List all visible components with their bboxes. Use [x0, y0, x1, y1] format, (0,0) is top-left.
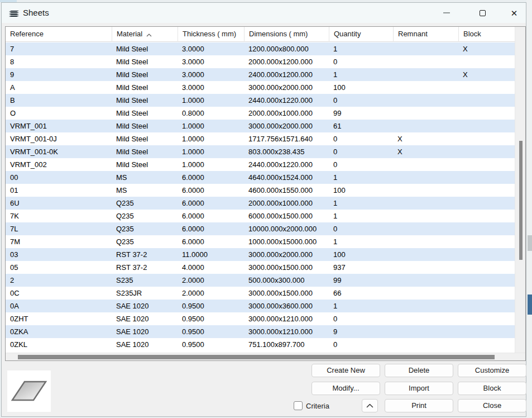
cell-material: SAE 1020 [112, 325, 178, 338]
create-new-button[interactable]: Create New [311, 364, 380, 377]
expand-up-button[interactable] [362, 399, 378, 412]
block-button[interactable]: Block [458, 382, 526, 395]
cell-reference: 0ZHT [6, 312, 112, 325]
table-row[interactable]: BMild Steel1.00002440.000x1220.0000 [6, 94, 515, 107]
column-header-dimensions[interactable]: Dimensions ( mm) [244, 27, 329, 42]
minimize-button[interactable] [434, 3, 459, 23]
table-row[interactable]: 7LQ2356.000010000.000x2000.0000 [6, 222, 515, 235]
cell-quantity: 0 [329, 145, 393, 158]
cell-reference: 7K [6, 210, 112, 222]
table-row[interactable]: 05RST 37-24.00003000.000x1500.000937 [6, 261, 515, 274]
cell-thickness: 0.9500 [178, 300, 244, 312]
cell-dimensions: 2000.000x1200.000 [244, 55, 329, 68]
sheets-dialog: Sheets ✕ ReferenceMaterialThickness ( mm… [1, 2, 526, 417]
column-header-thickness[interactable]: Thickness ( mm) [178, 27, 244, 42]
cell-block [458, 325, 515, 338]
cell-dimensions: 4600.000x1550.000 [244, 184, 329, 197]
cell-reference: 8 [6, 55, 112, 68]
cell-thickness: 3.0000 [178, 81, 244, 94]
cell-block [458, 145, 515, 158]
criteria-label: Criteria [306, 402, 329, 410]
cell-dimensions: 500.000x300.000 [244, 274, 329, 287]
cell-material: Q235 [112, 235, 178, 248]
table-row[interactable]: VRMT_002Mild Steel1.00002440.000x1220.00… [6, 158, 515, 171]
modify-button[interactable]: Modify... [311, 382, 380, 395]
delete-button[interactable]: Delete [385, 364, 453, 377]
table-row[interactable]: 8Mild Steel3.00002000.000x1200.0000 [6, 55, 515, 68]
table-row[interactable]: 00MS6.00004640.000x1524.0001 [6, 171, 515, 184]
table-row[interactable]: 0CS235JR2.00003000.000x1500.00066 [6, 287, 515, 300]
customize-button[interactable]: Customize [458, 364, 526, 377]
column-header-material[interactable]: Material [112, 27, 178, 42]
cell-thickness: 3.0000 [178, 55, 244, 68]
close-window-button[interactable]: ✕ [501, 3, 527, 23]
column-header-remnant[interactable]: Remnant [393, 27, 458, 42]
criteria-checkbox[interactable] [294, 401, 303, 410]
column-header-reference[interactable]: Reference [6, 27, 112, 42]
cell-block [458, 248, 515, 261]
vertical-scrollbar[interactable] [515, 27, 525, 353]
horizontal-scrollbar-thumb[interactable] [18, 355, 495, 359]
cell-material: Mild Steel [112, 81, 178, 94]
cell-remnant [393, 248, 458, 261]
column-header-quantity[interactable]: Quantity [329, 27, 393, 42]
title-bar[interactable]: Sheets ✕ [2, 3, 526, 23]
cell-reference: B [6, 94, 112, 107]
cell-dimensions: 10000.000x2000.000 [244, 222, 329, 235]
table-row[interactable]: 01MS6.00004600.000x1550.000100 [6, 184, 515, 197]
print-button[interactable]: Print [385, 399, 453, 412]
table-row[interactable]: OMild Steel0.80002000.000x1000.00099 [6, 107, 515, 120]
table-row[interactable]: 2S2352.0000500.000x300.00099 [6, 274, 515, 287]
table-row[interactable]: 0ZHTSAE 10200.95003000.000x1210.0000 [6, 312, 515, 325]
horizontal-scrollbar[interactable] [6, 353, 525, 360]
table-row[interactable]: VRMT_001-0JMild Steel1.00001717.756x1571… [6, 132, 515, 145]
table-row[interactable]: VRMT_001Mild Steel1.00003000.000x2000.00… [6, 120, 515, 132]
cell-remnant [393, 120, 458, 132]
close-button[interactable]: Close [458, 399, 526, 412]
window-title: Sheets [23, 3, 49, 23]
cell-reference: 05 [6, 261, 112, 274]
table-row[interactable]: AMild Steel3.00003000.000x2000.000100 [6, 81, 515, 94]
cell-quantity: 1 [329, 210, 393, 222]
cell-quantity: 100 [329, 81, 393, 94]
column-header-block[interactable]: Block [458, 27, 515, 42]
table-row[interactable]: 9Mild Steel3.00002400.000x1200.0001X [6, 68, 515, 81]
table-row[interactable]: 0ZKLSAE 10200.9500751.100x897.7000 [6, 338, 515, 351]
cell-block [458, 312, 515, 325]
cell-remnant [393, 222, 458, 235]
cell-remnant [393, 42, 458, 55]
table-row[interactable]: 7MQ2356.00001000.000x15000.0001 [6, 235, 515, 248]
cell-remnant [393, 312, 458, 325]
cell-dimensions: 2000.000x1000.000 [244, 107, 329, 120]
cell-remnant [393, 81, 458, 94]
cell-quantity: 0 [329, 338, 393, 351]
cell-block [458, 107, 515, 120]
vertical-scrollbar-thumb[interactable] [519, 141, 523, 260]
cell-thickness: 1.0000 [178, 94, 244, 107]
cell-dimensions: 3000.000x1500.000 [244, 261, 329, 274]
maximize-button[interactable] [469, 3, 495, 23]
cell-material: Q235 [112, 197, 178, 210]
cell-remnant [393, 261, 458, 274]
table-row[interactable]: 0ZKASAE 10200.95003000.000x1210.0009 [6, 325, 515, 338]
table-row[interactable]: VRMT_001-0KMild Steel1.0000803.000x238.4… [6, 145, 515, 158]
cell-dimensions: 3000.000x1210.000 [244, 325, 329, 338]
table-row[interactable]: 7KQ2356.00006000.000x1500.0001 [6, 210, 515, 222]
cell-material: Mild Steel [112, 132, 178, 145]
cell-remnant [393, 94, 458, 107]
table-row[interactable]: 03RST 37-211.00003000.000x2000.000100 [6, 248, 515, 261]
table-row[interactable]: 7Mild Steel3.00001200.000x800.0001X [6, 42, 515, 55]
table-row[interactable]: 6UQ2356.00002000.000x1000.0001 [6, 197, 515, 210]
cell-reference: 7L [6, 222, 112, 235]
table-header: ReferenceMaterialThickness ( mm)Dimensio… [6, 27, 515, 42]
table-row[interactable]: 0ASAE 10200.95003000.000x3600.0001 [6, 300, 515, 312]
import-button[interactable]: Import [385, 382, 453, 395]
cell-dimensions: 2440.000x1220.000 [244, 158, 329, 171]
cell-material: Q235 [112, 210, 178, 222]
cell-reference: 03 [6, 248, 112, 261]
cell-material: Mild Steel [112, 158, 178, 171]
cell-reference: 01 [6, 184, 112, 197]
cell-quantity: 99 [329, 107, 393, 120]
cell-thickness: 1.0000 [178, 158, 244, 171]
cell-material: Mild Steel [112, 55, 178, 68]
